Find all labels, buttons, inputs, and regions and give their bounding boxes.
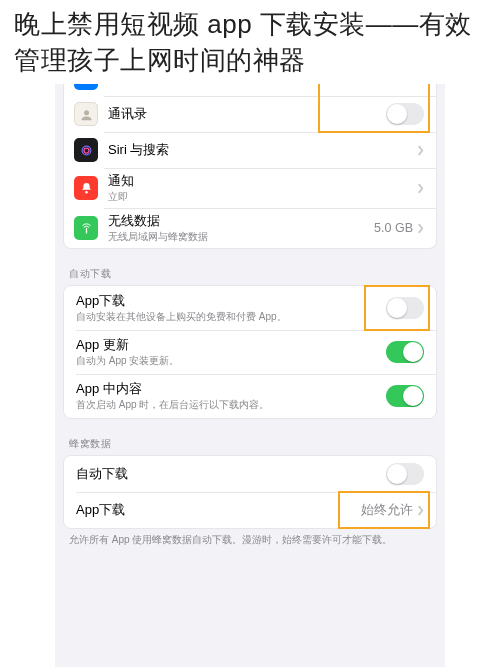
row-cellular-sub: 无线局域网与蜂窝数据	[108, 230, 374, 243]
svg-rect-4	[85, 227, 86, 233]
row-app-inapp[interactable]: App 中内容 首次启动 App 时，在后台运行以下载内容。	[64, 374, 436, 418]
ios-settings-screenshot: 设置 App Store 允许 APP STORE 访问 位置 永不 通讯录 S…	[55, 0, 445, 667]
row-cell-auto-label: 自动下载	[76, 466, 386, 482]
row-app-inapp-label: App 中内容	[76, 381, 386, 397]
group-auto-download: App下载 自动安装在其他设备上购买的免费和付费 App。 App 更新 自动为…	[63, 285, 437, 419]
chevron-right-icon	[417, 505, 424, 516]
svg-point-0	[84, 110, 89, 115]
row-notifications[interactable]: 通知 立即	[64, 168, 436, 208]
row-app-update-sub: 自动为 App 安装更新。	[76, 354, 386, 367]
row-app-download-label: App下载	[76, 293, 386, 309]
row-app-update[interactable]: App 更新 自动为 App 安装更新。	[64, 330, 436, 374]
section-footer-cellular: 允许所有 App 使用蜂窝数据自动下载。漫游时，始终需要许可才能下载。	[55, 529, 445, 555]
antenna-icon	[74, 216, 98, 240]
section-header-auto: 自动下载	[55, 249, 445, 285]
row-cellular-label: 无线数据	[108, 213, 374, 229]
siri-icon	[74, 138, 98, 162]
app-download-switch[interactable]	[386, 297, 424, 319]
section-header-cellular: 蜂窝数据	[55, 419, 445, 455]
row-app-update-label: App 更新	[76, 337, 386, 353]
row-cell-appdl[interactable]: App下载 始终允许	[64, 492, 436, 528]
app-inapp-switch[interactable]	[386, 385, 424, 407]
chevron-right-icon	[417, 183, 424, 194]
bell-icon	[74, 176, 98, 200]
row-cellular-value: 5.0 GB	[374, 221, 413, 235]
row-contacts[interactable]: 通讯录	[64, 96, 436, 132]
row-contacts-label: 通讯录	[108, 106, 386, 122]
svg-point-2	[84, 148, 89, 153]
contacts-switch[interactable]	[386, 103, 424, 125]
article-title: 晚上禁用短视频 app 下载安装——有效管理孩子上网时间的神器	[0, 0, 500, 84]
row-notifications-label: 通知	[108, 173, 417, 189]
row-cellular[interactable]: 无线数据 无线局域网与蜂窝数据 5.0 GB	[64, 208, 436, 248]
chevron-right-icon	[417, 145, 424, 156]
cell-auto-switch[interactable]	[386, 463, 424, 485]
group-cellular: 自动下载 App下载 始终允许	[63, 455, 437, 529]
svg-point-3	[85, 191, 88, 194]
row-app-download[interactable]: App下载 自动安装在其他设备上购买的免费和付费 App。	[64, 286, 436, 330]
chevron-right-icon	[417, 223, 424, 234]
row-cell-appdl-value: 始终允许	[361, 502, 413, 519]
row-notifications-sub: 立即	[108, 190, 417, 203]
contacts-icon	[74, 102, 98, 126]
row-app-inapp-sub: 首次启动 App 时，在后台运行以下载内容。	[76, 398, 386, 411]
row-siri[interactable]: Siri 与搜索	[64, 132, 436, 168]
row-cell-auto[interactable]: 自动下载	[64, 456, 436, 492]
row-siri-label: Siri 与搜索	[108, 142, 417, 158]
row-app-download-sub: 自动安装在其他设备上购买的免费和付费 App。	[76, 310, 386, 323]
app-update-switch[interactable]	[386, 341, 424, 363]
row-cell-appdl-label: App下载	[76, 502, 361, 518]
group-access: 位置 永不 通讯录 Siri 与搜索 通知 立即	[63, 60, 437, 249]
